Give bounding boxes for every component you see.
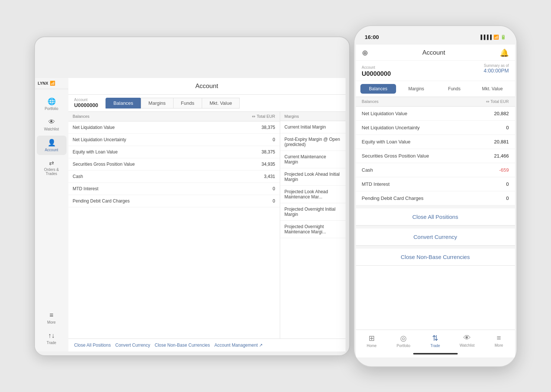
tablet-lynx-bar: LYNX 📶 [35,78,68,89]
balances-header-label: Balances [73,114,252,119]
trade-label: Trade [431,344,440,348]
bottom-nav-watchlist[interactable]: 👁 Watchlist [451,332,483,350]
wifi-icon: 📶 [493,35,499,40]
phone-tab-margins[interactable]: Margins [398,84,434,94]
bottom-nav-home[interactable]: ⊞ Home [356,332,388,350]
more-menu-icon: ≡ [497,334,501,342]
table-row: Equity with Loan Value 20,881 [356,135,515,149]
tablet-content: Balances ⇔ Total EUR Net Liquidation Val… [68,112,346,338]
more-label: More [495,343,503,347]
margins-section: Margins Current Initial Margin Post-Expi… [280,112,346,338]
close-non-base-button[interactable]: Close Non-Base Currencies [356,249,515,266]
table-row: Net Liquidation Value 20,882 [356,107,515,121]
sidebar-item-more[interactable]: ≡ More [37,308,67,327]
notification-icon[interactable]: 🔔 [500,48,509,57]
list-item: Projected Look Ahead Maintenance Mar... [280,186,346,203]
home-label: Home [367,344,377,348]
sidebar-item-portfolio[interactable]: 🌐 Portfolio [37,94,67,114]
table-row: Pending Debit Card Charges 0 [356,191,515,205]
bottom-nav-more[interactable]: ≡ More [483,332,515,350]
orders-icon: ⇄ [49,159,54,166]
phone-section-header: Balances ⇔ Total EUR [356,97,515,107]
table-row: Cash -659 [356,163,515,177]
sidebar-item-watchlist[interactable]: 👁 Watchlist [37,115,67,134]
table-row: Securities Gross Position Value 34,935 [68,158,280,171]
tablet-device: LYNX 📶 🌐 Portfolio 👁 Watchlist 👤 Account… [34,36,350,356]
tab-balances[interactable]: Balances [106,98,141,108]
list-item: Projected Look Ahead Initial Margin [280,168,346,186]
sidebar-item-account[interactable]: 👤 Account [37,136,67,155]
portfolio-icon: ◎ [400,334,406,343]
tablet-tab-bar: Balances Margins Funds Mkt. Value [106,98,339,108]
table-row: Net Liquidation Uncertainty 0 [68,134,280,146]
list-item: Current Maintenance Margin [280,151,346,168]
phone-balances-label: Balances [362,99,379,104]
convert-currency-button[interactable]: Convert Currency [356,229,515,246]
margins-header: Margins [280,112,346,121]
table-row: MTD Interest 0 [68,183,280,195]
tablet-footer: Close All Positions Convert Currency Clo… [68,338,346,351]
sidebar-portfolio-label: Portfolio [45,107,58,111]
signal-icon: ▐▐▐▐ [479,35,492,40]
list-item: Projected Overnight Maintenance Margi... [280,221,346,238]
phone-device: 16:00 ▐▐▐▐ 📶 🔋 ⊕ Account 🔔 Account U0000… [354,25,517,367]
bottom-nav-portfolio[interactable]: ◎ Portfolio [388,332,419,350]
tablet-sidebar: 🌐 Portfolio 👁 Watchlist 👤 Account ⇄ Orde… [35,78,68,351]
table-row: Cash 3,431 [68,171,280,183]
more-icon: ≡ [49,311,54,319]
phone-status-icons: ▐▐▐▐ 📶 🔋 [479,35,506,40]
phone-account-id: U0000000 [362,70,391,78]
eye-icon: 👁 [48,118,55,126]
phone-home-indicator [356,350,515,357]
table-row: Pending Debit Card Charges 0 [68,195,280,207]
tab-mkt-value[interactable]: Mkt. Value [202,98,240,108]
table-row: MTD Interest 0 [356,177,515,191]
wifi-icon: 📶 [50,81,55,86]
phone-status-bar: 16:00 ▐▐▐▐ 📶 🔋 [354,26,516,45]
phone-tab-bar: Balances Margins Funds Mkt. Value [356,81,515,97]
sidebar-item-orders[interactable]: ⇄ Orders & Trades [37,156,67,179]
tablet-page-title: Account [195,82,218,90]
phone-top-bar: ⊕ Account 🔔 [356,45,515,61]
phone-balance-rows: Net Liquidation Value 20,882 Net Liquida… [356,107,515,330]
tablet-main-header: Account [68,78,346,95]
list-item: Current Initial Margin [280,121,346,133]
trade-arrows-icon: ⇅ [432,334,438,343]
phone-summary-time: 4:00:00PM [484,68,509,74]
phone-currency-label: ⇔ Total EUR [486,99,509,104]
home-icon: ⊞ [369,334,375,343]
table-row: Equity with Loan Value 38,375 [68,146,280,158]
watchlist-label: Watchlist [460,343,474,347]
phone-account-info: Account U0000000 Summary as of 4:00:00PM [356,61,515,81]
table-row: Securities Gross Position Value 21,466 [356,149,515,163]
phone-tab-mkt-value[interactable]: Mkt. Value [474,84,511,94]
list-item: Post-Expiry Margin @ Open (predicted) [280,133,346,151]
battery-icon: 🔋 [500,35,506,40]
home-bar [413,353,458,354]
convert-currency-link[interactable]: Convert Currency [115,343,150,348]
close-all-positions-button[interactable]: Close All Positions [356,208,515,226]
list-item: Projected Overnight Initial Margin [280,203,346,221]
phone-tab-balances[interactable]: Balances [360,84,396,94]
phone-summary-label: Summary as of [484,64,509,68]
sort-arrows-icon: ⇔ [252,114,255,119]
phone-account-label: Account [362,65,375,69]
account-label: Account [74,98,98,102]
table-row: Net Liquidation Value 38,375 [68,122,280,134]
tablet-sub-header: Account U0000000 Balances Margins Funds … [68,95,346,112]
tab-margins[interactable]: Margins [141,98,174,108]
balances-header-row: Balances ⇔ Total EUR [68,112,280,122]
phone-bottom-nav: ⊞ Home ◎ Portfolio ⇅ Trade 👁 Watchlist ≡ [356,330,515,350]
sidebar-item-trade[interactable]: ↑↓ Trade [37,329,67,348]
close-non-base-link[interactable]: Close Non-Base Currencies [155,343,210,348]
close-all-positions-link[interactable]: Close All Positions [74,343,111,348]
sidebar-account-label: Account [45,148,58,152]
add-account-icon[interactable]: ⊕ [362,48,368,57]
bottom-nav-trade[interactable]: ⇅ Trade [419,332,451,350]
phone-tab-funds[interactable]: Funds [437,84,473,94]
tab-funds[interactable]: Funds [173,98,202,108]
table-row: Net Liquidation Uncertainty 0 [356,121,515,135]
account-management-link[interactable]: Account Management ↗ [214,343,263,348]
tablet-account-info: Account U0000000 [74,98,98,108]
phone-account-right: Summary as of 4:00:00PM [484,64,509,74]
